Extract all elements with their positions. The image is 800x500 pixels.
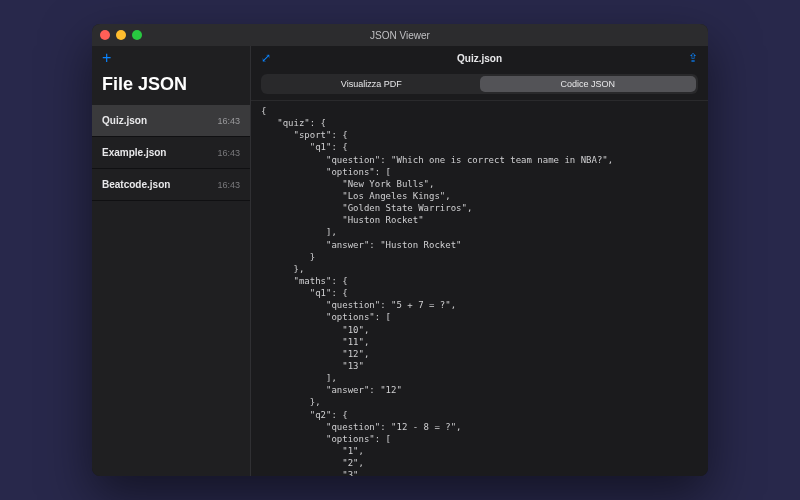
app-window: JSON Viewer + File JSON Quiz.json 16:43 … [92, 24, 708, 476]
window-body: + File JSON Quiz.json 16:43 Example.json… [92, 46, 708, 476]
main-toolbar: ⤢ Quiz.json ⇪ [251, 46, 708, 70]
tab-json[interactable]: Codice JSON [480, 76, 697, 92]
sidebar-item-example[interactable]: Example.json 16:43 [92, 137, 250, 169]
code-content: { "quiz": { "sport": { "q1": { "question… [261, 105, 698, 476]
main-pane: ⤢ Quiz.json ⇪ Visualizza PDF Codice JSON… [250, 46, 708, 476]
view-tabs: Visualizza PDF Codice JSON [261, 74, 698, 94]
share-icon[interactable]: ⇪ [688, 51, 698, 65]
sidebar-item-quiz[interactable]: Quiz.json 16:43 [92, 105, 250, 137]
sidebar: + File JSON Quiz.json 16:43 Example.json… [92, 46, 250, 476]
add-file-icon[interactable]: + [102, 50, 111, 66]
window-title: JSON Viewer [92, 30, 708, 41]
sidebar-toolbar: + [92, 46, 250, 70]
tab-label: Codice JSON [560, 79, 615, 89]
file-time: 16:43 [217, 180, 240, 190]
page-title: Quiz.json [271, 53, 688, 64]
file-name: Quiz.json [102, 115, 147, 126]
expand-icon[interactable]: ⤢ [261, 51, 271, 65]
file-list: Quiz.json 16:43 Example.json 16:43 Beatc… [92, 105, 250, 476]
tab-pdf[interactable]: Visualizza PDF [263, 76, 480, 92]
file-time: 16:43 [217, 148, 240, 158]
file-name: Beatcode.json [102, 179, 170, 190]
tab-label: Visualizza PDF [341, 79, 402, 89]
file-time: 16:43 [217, 116, 240, 126]
sidebar-header: File JSON [92, 70, 250, 105]
code-view: { "quiz": { "sport": { "q1": { "question… [251, 100, 708, 476]
file-name: Example.json [102, 147, 166, 158]
titlebar: JSON Viewer [92, 24, 708, 46]
sidebar-item-beatcode[interactable]: Beatcode.json 16:43 [92, 169, 250, 201]
